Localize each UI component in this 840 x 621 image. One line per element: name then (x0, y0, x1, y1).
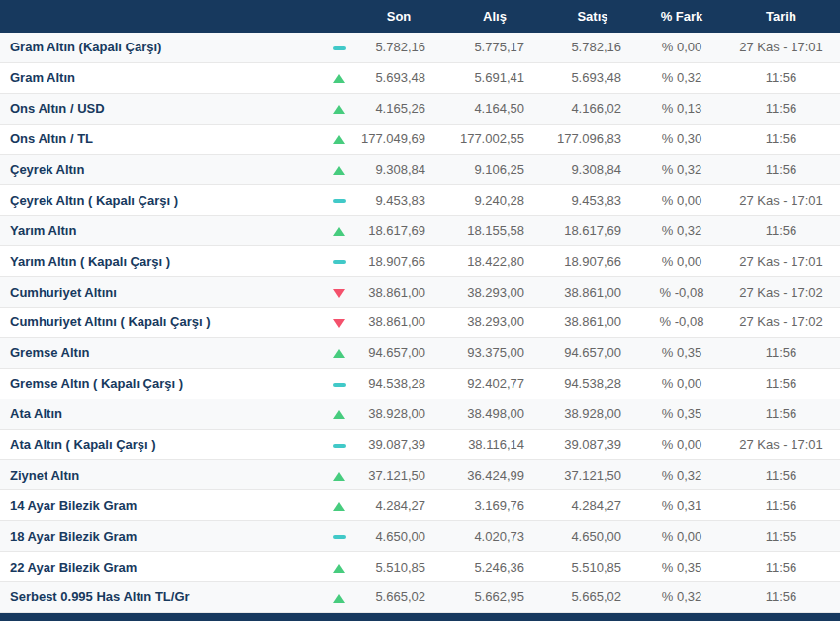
last-price: 9.453,83 (352, 185, 445, 216)
instrument-name[interactable]: Ata Altın ( Kapalı Çarşı ) (0, 429, 327, 460)
table-body: Gram Altın (Kapalı Çarşı)5.782,165.775,1… (0, 33, 840, 612)
buy-price: 93.375,00 (445, 337, 544, 368)
instrument-name[interactable]: Serbest 0.995 Has Altın TL/Gr (0, 582, 327, 613)
table-row[interactable]: Ata Altın38.928,0038.498,0038.928,00% 0,… (0, 399, 840, 429)
instrument-name[interactable]: Gremse Altın (0, 337, 327, 368)
buy-price: 4.020,73 (445, 521, 544, 552)
instrument-name[interactable]: Gram Altın (Kapalı Çarşı) (0, 33, 327, 62)
change-percent: % 0,31 (641, 490, 722, 521)
table-row[interactable]: Yarım Altın18.617,6918.155,5818.617,69% … (0, 216, 840, 246)
instrument-name[interactable]: Gremse Altın ( Kapalı Çarşı ) (0, 368, 327, 399)
instrument-name[interactable]: 14 Ayar Bilezik Gram (0, 490, 327, 521)
table-row[interactable]: Çeyrek Altın9.308,849.106,259.308,84% 0,… (0, 154, 840, 185)
table-row[interactable]: 22 Ayar Bilezik Gram5.510,855.246,365.51… (0, 552, 840, 582)
last-price: 39.087,39 (352, 429, 445, 460)
sell-price: 38.861,00 (544, 308, 641, 338)
table-row[interactable]: Serbest 0.995 Has Altın TL/Gr5.665,025.6… (0, 582, 840, 613)
table-row[interactable]: 18 Ayar Bilezik Gram4.650,004.020,734.65… (0, 521, 840, 552)
instrument-name[interactable]: Yarım Altın ( Kapalı Çarşı ) (0, 246, 327, 277)
instrument-name[interactable]: Cumhuriyet Altını ( Kapalı Çarşı ) (0, 308, 327, 338)
change-percent: % 0,00 (641, 246, 722, 277)
trend-cell (327, 216, 352, 246)
last-price: 5.693,48 (352, 62, 445, 93)
trend-up-icon (333, 349, 345, 358)
table-row[interactable]: Cumhuriyet Altını ( Kapalı Çarşı )38.861… (0, 308, 840, 338)
last-price: 5.782,16 (352, 33, 445, 62)
trend-cell (327, 490, 352, 521)
change-percent: % -0,08 (641, 308, 722, 338)
instrument-name[interactable]: Ons Altın / USD (0, 93, 327, 124)
flat-dash-icon (333, 46, 346, 50)
trend-up-icon (333, 135, 345, 144)
instrument-name[interactable]: Gram Altın (0, 62, 327, 93)
trend-up-icon (333, 472, 345, 481)
change-percent: % 0,35 (641, 552, 722, 582)
date: 27 Kas - 17:01 (722, 246, 840, 277)
table-row[interactable]: Ziynet Altın37.121,5036.424,9937.121,50%… (0, 460, 840, 490)
table-row[interactable]: 14 Ayar Bilezik Gram4.284,273.169,764.28… (0, 490, 840, 521)
change-percent: % 0,00 (641, 185, 722, 216)
last-price: 18.617,69 (352, 216, 445, 246)
buy-price: 5.691,41 (445, 62, 544, 93)
instrument-name[interactable]: Ziynet Altın (0, 460, 327, 490)
trend-up-icon (333, 74, 345, 83)
flat-dash-icon (333, 199, 346, 203)
change-percent: % 0,00 (641, 33, 722, 62)
trend-cell (327, 277, 352, 308)
sell-price: 38.928,00 (544, 399, 641, 429)
trend-up-icon (333, 502, 345, 511)
buy-price: 36.424,99 (445, 460, 544, 490)
last-price: 177.049,69 (352, 124, 445, 154)
sell-price: 4.166,02 (544, 93, 641, 124)
trend-cell (327, 124, 352, 154)
instrument-name[interactable]: Çeyrek Altın (0, 154, 327, 185)
trend-cell (327, 62, 352, 93)
last-price: 4.284,27 (352, 490, 445, 521)
table-row[interactable]: Gremse Altın ( Kapalı Çarşı )94.538,2892… (0, 368, 840, 399)
buy-price: 9.240,28 (445, 185, 544, 216)
sell-price: 38.861,00 (544, 277, 641, 308)
trend-up-icon (333, 166, 345, 175)
sell-price: 9.453,83 (544, 185, 641, 216)
trend-cell (327, 308, 352, 338)
table-row[interactable]: Ons Altın / USD4.165,264.164,504.166,02%… (0, 93, 840, 124)
instrument-name[interactable]: Çeyrek Altın ( Kapalı Çarşı ) (0, 185, 327, 216)
sell-price: 5.510,85 (544, 552, 641, 582)
last-price: 4.650,00 (352, 521, 445, 552)
instrument-name[interactable]: Ata Altın (0, 399, 327, 429)
table-row[interactable]: Gram Altın (Kapalı Çarşı)5.782,165.775,1… (0, 33, 840, 62)
sell-price: 5.782,16 (544, 33, 641, 62)
table-row[interactable]: Çeyrek Altın ( Kapalı Çarşı )9.453,839.2… (0, 185, 840, 216)
table-row[interactable]: Gremse Altın94.657,0093.375,0094.657,00%… (0, 337, 840, 368)
instrument-name[interactable]: 18 Ayar Bilezik Gram (0, 521, 327, 552)
header-empty (0, 0, 352, 33)
last-price: 9.308,84 (352, 154, 445, 185)
buy-price: 92.402,77 (445, 368, 544, 399)
table-row[interactable]: Cumhuriyet Altını38.861,0038.293,0038.86… (0, 277, 840, 308)
last-price: 94.538,28 (352, 368, 445, 399)
date: 11:56 (722, 552, 840, 582)
change-percent: % 0,32 (641, 62, 722, 93)
table-row[interactable]: Ons Altın / TL177.049,69177.002,55177.09… (0, 124, 840, 154)
table-row[interactable]: Gram Altın5.693,485.691,415.693,48% 0,32… (0, 62, 840, 93)
instrument-name[interactable]: 22 Ayar Bilezik Gram (0, 552, 327, 582)
instrument-name[interactable]: Cumhuriyet Altını (0, 277, 327, 308)
date: 11:56 (722, 216, 840, 246)
trend-down-icon (333, 289, 345, 298)
change-percent: % -0,08 (641, 277, 722, 308)
trend-cell (327, 368, 352, 399)
instrument-name[interactable]: Ons Altın / TL (0, 124, 327, 154)
table-row[interactable]: Ata Altın ( Kapalı Çarşı )39.087,3938.11… (0, 429, 840, 460)
trend-up-icon (333, 410, 345, 419)
sell-price: 9.308,84 (544, 154, 641, 185)
trend-cell (327, 33, 352, 62)
table-row[interactable]: Yarım Altın ( Kapalı Çarşı )18.907,6618.… (0, 246, 840, 277)
change-percent: % 0,30 (641, 124, 722, 154)
trend-up-icon (333, 105, 345, 114)
change-percent: % 0,32 (641, 154, 722, 185)
header-sell: Satış (544, 0, 641, 33)
last-price: 18.907,66 (352, 246, 445, 277)
trend-cell (327, 185, 352, 216)
instrument-name[interactable]: Yarım Altın (0, 216, 327, 246)
date: 27 Kas - 17:02 (722, 277, 840, 308)
